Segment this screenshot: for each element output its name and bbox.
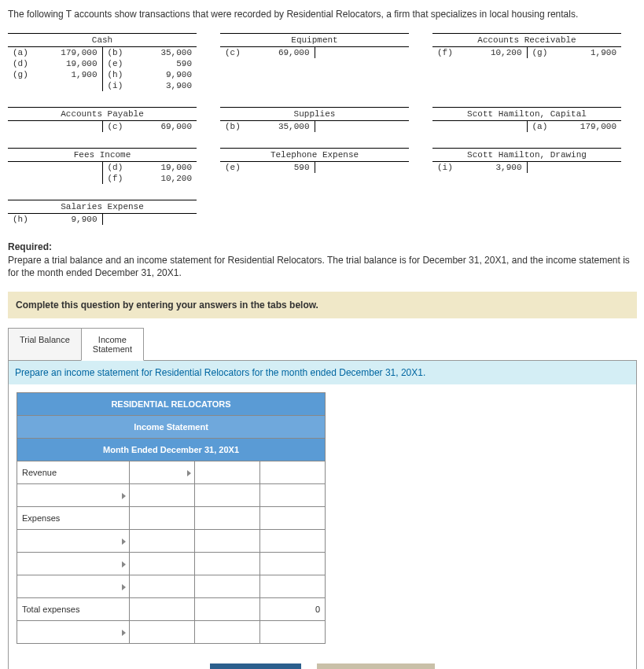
account-select[interactable] — [17, 621, 130, 644]
t-debit-entry: (b)35,000 — [220, 121, 315, 132]
t-credit-entry — [315, 121, 410, 123]
nav-buttons: ‹ Trial Balance Income Statement — [9, 652, 636, 669]
account-select[interactable] — [17, 484, 130, 507]
tab-income-l2: Statement — [93, 344, 132, 354]
account-select[interactable] — [17, 553, 130, 575]
t-debit-entry: (c)69,000 — [220, 47, 315, 58]
input-cell[interactable] — [130, 553, 195, 575]
t-account: Supplies (b)35,000 — [220, 107, 409, 132]
input-cell[interactable] — [130, 484, 195, 507]
table-header-company: RESIDENTIAL RELOCATORS — [17, 393, 326, 416]
table-header-period: Month Ended December 31, 20X1 — [17, 439, 326, 461]
t-account-title: Salaries Expense — [8, 200, 197, 214]
input-cell[interactable] — [130, 598, 195, 621]
t-credit-entry — [103, 214, 197, 215]
input-cell[interactable] — [260, 553, 326, 575]
instruction-bar: Complete this question by entering your … — [8, 292, 637, 318]
t-account-title: Accounts Payable — [8, 108, 197, 121]
t-debit-entry: (f)10,200 — [432, 47, 527, 58]
t-account-title: Scott Hamilton, Drawing — [432, 149, 621, 162]
input-cell[interactable] — [260, 507, 326, 530]
input-cell[interactable] — [260, 484, 326, 507]
t-credit-entry — [528, 162, 622, 164]
t-account: Salaries Expense (h)9,900 — [8, 200, 197, 225]
required-section: Required: Prepare a trial balance and an… — [8, 241, 637, 280]
t-debit-entry — [8, 164, 102, 165]
input-cell[interactable] — [130, 507, 195, 530]
t-account: Cash (a)179,000(d)19,000(g)1,900(b)35,00… — [8, 33, 197, 91]
input-cell[interactable] — [195, 461, 260, 484]
t-account: Scott Hamilton, Capital (a)179,000 — [432, 107, 621, 132]
t-credit-entry: (b)35,000 — [103, 47, 197, 58]
t-debit-entry: (g)1,900 — [8, 69, 102, 80]
t-credit-entry — [315, 162, 410, 164]
t-account-title: Cash — [8, 34, 197, 47]
input-cell[interactable] — [195, 575, 260, 598]
chevron-right-icon — [122, 584, 126, 590]
account-select[interactable] — [17, 530, 130, 553]
total-expenses-value: 0 — [260, 598, 326, 621]
revenue-account-select[interactable] — [130, 461, 195, 484]
t-credit-entry: (i)3,900 — [103, 80, 197, 91]
t-credit-entry: (g)1,900 — [528, 47, 622, 58]
t-accounts: Cash (a)179,000(d)19,000(g)1,900(b)35,00… — [8, 33, 637, 225]
input-cell[interactable] — [260, 530, 326, 553]
t-debit-entry: (h)9,900 — [8, 214, 102, 225]
input-cell[interactable] — [195, 598, 260, 621]
expenses-label: Expenses — [17, 507, 130, 530]
t-account-title: Fees Income — [8, 149, 197, 162]
required-text: Prepare a trial balance and an income st… — [8, 255, 630, 279]
t-debit-entry: (a)179,000 — [8, 47, 102, 58]
chevron-right-icon — [122, 493, 126, 499]
chevron-right-icon — [122, 630, 126, 636]
input-cell[interactable] — [130, 621, 195, 644]
required-label: Required: — [8, 241, 52, 252]
total-expenses-label: Total expenses — [17, 598, 130, 621]
table-row: Total expenses 0 — [17, 598, 326, 621]
input-cell[interactable] — [130, 530, 195, 553]
intro-text: The following T accounts show transactio… — [8, 8, 637, 21]
next-button[interactable]: Income Statement — [317, 663, 434, 669]
t-debit-entry — [8, 121, 102, 123]
input-cell[interactable] — [195, 507, 260, 530]
prev-button[interactable]: ‹ Trial Balance — [210, 663, 301, 669]
t-account-title: Scott Hamilton, Capital — [432, 108, 621, 121]
table-row: Expenses — [17, 507, 326, 530]
tab-prompt: Prepare an income statement for Resident… — [9, 361, 636, 384]
tab-income-statement[interactable]: Income Statement — [81, 328, 144, 361]
input-cell[interactable] — [195, 553, 260, 575]
t-debit-entry: (e)590 — [220, 162, 315, 173]
revenue-label: Revenue — [17, 461, 130, 484]
tab-income-l1: Income — [98, 335, 127, 344]
t-credit-entry: (d)19,000 — [103, 162, 197, 173]
income-statement-table: RESIDENTIAL RELOCATORS Income Statement … — [17, 392, 326, 644]
t-account: Fees Income (d)19,000(f)10,200 — [8, 148, 197, 184]
table-row — [17, 484, 326, 507]
table-row — [17, 530, 326, 553]
t-account: Accounts Receivable (f)10,200(g)1,900 — [432, 33, 621, 91]
t-account-title: Telephone Expense — [220, 149, 409, 162]
input-cell[interactable] — [195, 530, 260, 553]
chevron-right-icon — [122, 561, 126, 568]
tab-content: Prepare an income statement for Resident… — [8, 360, 637, 669]
tabs: Trial Balance Income Statement — [8, 328, 637, 361]
input-cell[interactable] — [195, 484, 260, 507]
chevron-right-icon — [122, 539, 126, 545]
t-account-title: Accounts Receivable — [432, 34, 621, 47]
t-credit-entry: (f)10,200 — [103, 173, 197, 184]
chevron-right-icon — [187, 470, 191, 476]
input-cell[interactable] — [195, 621, 260, 644]
input-cell[interactable] — [260, 621, 326, 644]
input-cell[interactable] — [260, 575, 326, 598]
t-debit-entry: (i)3,900 — [432, 162, 527, 173]
t-account: Accounts Payable (c)69,000 — [8, 107, 197, 132]
tab-trial-balance[interactable]: Trial Balance — [8, 328, 82, 361]
t-debit-entry — [8, 80, 102, 82]
t-debit-entry — [432, 121, 527, 123]
input-cell[interactable] — [130, 575, 195, 598]
t-account: Scott Hamilton, Drawing (i)3,900 — [432, 148, 621, 184]
t-account-title: Equipment — [220, 34, 409, 47]
input-cell[interactable] — [260, 461, 326, 484]
account-select[interactable] — [17, 575, 130, 598]
table-row — [17, 575, 326, 598]
